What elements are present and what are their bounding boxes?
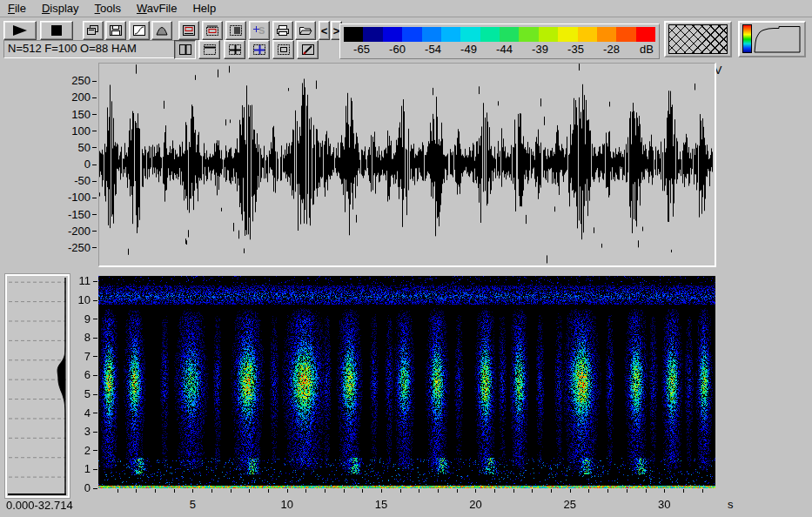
time-range-label: 0.000-32.714: [6, 499, 73, 512]
freq-tick-label: 0: [71, 481, 91, 494]
menu-display[interactable]: Display: [34, 1, 87, 16]
time-unit-label: s: [728, 498, 734, 511]
db-gradient-strip: [344, 27, 655, 42]
time-minor-tick: [211, 489, 212, 493]
scroll-left-button[interactable]: <: [319, 21, 330, 40]
palette-pattern-preview[interactable]: [664, 21, 732, 57]
db-scale-tick-label: -49: [460, 43, 477, 57]
freq-tick: [93, 338, 97, 339]
freq-tick-label: 1: [71, 462, 91, 475]
mv-tick-label: 150: [52, 108, 91, 121]
fft-status-readout: N=512 F=100 O=88 HAM: [3, 40, 176, 58]
db-color-segment: [616, 27, 635, 42]
spectrogram-canvas[interactable]: [98, 276, 715, 488]
gain-curve-button[interactable]: [129, 21, 150, 40]
waveform-canvas[interactable]: [99, 64, 713, 264]
mv-tick-label: -200: [52, 225, 91, 238]
print-button[interactable]: [272, 21, 293, 40]
freq-tick: [93, 394, 97, 395]
waveform-display-button[interactable]: [178, 21, 199, 40]
svg-text:S: S: [258, 25, 265, 36]
time-minor-tick: [117, 489, 118, 493]
db-unit-label: dB: [640, 43, 654, 56]
time-tick-label: 10: [274, 498, 300, 511]
save-button[interactable]: [105, 21, 126, 40]
time-minor-tick: [155, 489, 156, 493]
freq-tick-label: 5: [71, 387, 91, 400]
layout-vertical-button[interactable]: [174, 40, 196, 59]
db-color-segment: [578, 27, 597, 42]
freq-tick-label: 9: [71, 312, 91, 326]
gain-curve-icon: [132, 24, 146, 37]
spectrum-display-button[interactable]: [202, 21, 223, 40]
menu-tools[interactable]: Tools: [87, 1, 129, 16]
db-scale-tick-label: -60: [389, 43, 406, 57]
layout-grid-blue-button[interactable]: [248, 40, 270, 59]
mv-tick: [92, 164, 97, 165]
time-minor-tick: [249, 489, 250, 493]
db-color-segment: [539, 27, 558, 42]
time-minor-tick: [325, 489, 325, 493]
window-function-icon: [155, 24, 169, 37]
time-minor-tick: [438, 489, 439, 493]
time-minor-tick: [174, 489, 175, 493]
spectrogram-display-button[interactable]: [225, 21, 246, 40]
mv-tick-label: -100: [52, 191, 91, 204]
open-button[interactable]: [295, 21, 316, 40]
window-function-button[interactable]: [151, 21, 172, 40]
open-folder-icon: [299, 24, 312, 37]
db-color-segment: [597, 27, 616, 42]
transfer-curve-preview[interactable]: [738, 21, 806, 57]
time-minor-tick: [231, 489, 232, 493]
mv-tick: [92, 247, 97, 248]
layout-top-button[interactable]: [198, 40, 220, 59]
db-scale-tick-label: -54: [425, 43, 441, 57]
time-minor-tick: [400, 489, 401, 493]
freq-tick-label: 4: [71, 406, 91, 420]
layout-grid-button[interactable]: [224, 40, 245, 59]
freq-tick: [93, 356, 97, 357]
stop-icon: [50, 24, 63, 37]
time-minor-tick: [607, 489, 608, 493]
time-minor-tick: [551, 489, 552, 493]
cascade-windows-button[interactable]: [83, 21, 104, 40]
time-minor-tick: [664, 489, 665, 493]
time-minor-tick: [513, 489, 514, 493]
db-color-segment: [422, 27, 441, 42]
freq-tick: [93, 413, 97, 413]
freq-tick: [93, 375, 97, 376]
play-button[interactable]: [3, 21, 37, 40]
crosshatch-pattern-icon: [668, 24, 728, 54]
play-icon: [10, 24, 30, 37]
mv-tick-label: -50: [52, 174, 91, 187]
db-color-scale: -65-60-54-49-44-39-35-28 dB: [339, 24, 660, 59]
db-color-segment: [558, 27, 577, 42]
mv-tick-label: 100: [52, 124, 91, 138]
menu-file[interactable]: File: [0, 1, 34, 16]
menu-wavfile[interactable]: WavFile: [129, 1, 185, 16]
db-scale-tick-label: -44: [496, 43, 513, 57]
layout-grid-blue-icon: [252, 44, 266, 56]
time-minor-tick: [570, 489, 571, 493]
cascade-icon: [86, 24, 100, 37]
layout-single-button[interactable]: [272, 40, 294, 59]
db-color-segment: [636, 27, 655, 42]
db-scale-tick-label: -28: [603, 43, 620, 57]
chevron-left-icon: <: [321, 25, 328, 37]
time-tick-label: 5: [179, 498, 205, 511]
average-spectrum-canvas[interactable]: [7, 276, 68, 496]
freq-tick: [93, 432, 97, 433]
stop-button[interactable]: [40, 21, 73, 40]
spectrogram-panel: [98, 276, 715, 488]
time-minor-tick: [588, 489, 589, 493]
waveform-panel: [98, 63, 716, 267]
menu-help[interactable]: Help: [185, 1, 224, 16]
annotate-button[interactable]: [297, 40, 319, 59]
scale-display-button[interactable]: S: [249, 21, 270, 40]
mv-tick-label: 250: [52, 74, 91, 87]
time-minor-tick: [457, 489, 458, 493]
time-minor-tick: [381, 489, 382, 493]
db-scale-tick-label: -35: [567, 43, 584, 57]
time-minor-tick: [362, 489, 363, 493]
db-color-segment: [460, 27, 480, 42]
